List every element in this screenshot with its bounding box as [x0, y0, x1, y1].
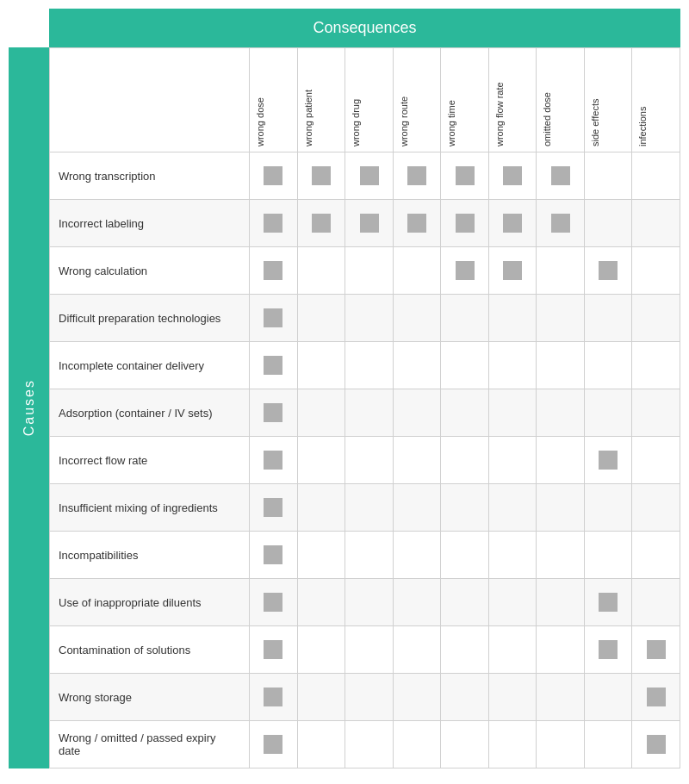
col-header-wrong_time: wrong time [441, 48, 489, 152]
mark-cell-r7-c4 [441, 484, 489, 532]
mark-cell-r0-c2 [345, 152, 394, 200]
cell-inner [250, 295, 297, 341]
mark-cell-r10-c8 [632, 626, 680, 674]
col-header-wrong_drug: wrong drug [345, 48, 394, 152]
table-row: Use of inappropriate diluents [50, 579, 680, 626]
mark-cell-r2-c3 [393, 247, 441, 295]
cause-cell-10: Contamination of solutions [50, 626, 250, 674]
mark-square [264, 403, 282, 422]
cell-inner [537, 200, 584, 246]
mark-cell-r3-c4 [441, 295, 489, 342]
col-header-label-wrong_time: wrong time [446, 52, 456, 146]
outer-container: Consequences Causes wrong dosewrong pati… [9, 9, 680, 768]
mark-cell-r4-c1 [297, 342, 345, 389]
mark-cell-r12-c2 [345, 721, 394, 768]
mark-square [264, 308, 282, 327]
cause-cell-4: Incomplete container delivery [50, 342, 250, 389]
mark-cell-r0-c5 [488, 152, 537, 200]
mark-cell-r2-c7 [584, 247, 632, 295]
mark-cell-r4-c0 [250, 342, 298, 389]
mark-cell-r1-c7 [584, 200, 632, 247]
col-header-infections: infections [632, 48, 680, 152]
table-row: Wrong / omitted / passed expiry date [50, 721, 680, 768]
mark-cell-r9-c1 [297, 579, 345, 626]
cell-inner [250, 579, 297, 625]
mark-cell-r11-c3 [393, 674, 441, 721]
mark-cell-r1-c6 [537, 200, 585, 247]
mark-cell-r10-c0 [250, 626, 298, 674]
cell-inner [250, 674, 297, 720]
table-row: Difficult preparation technologies [50, 295, 680, 342]
mark-cell-r1-c8 [632, 200, 680, 247]
cell-inner [298, 200, 345, 246]
mark-cell-r8-c0 [250, 532, 298, 579]
col-header-label-wrong_patient: wrong patient [303, 52, 313, 146]
mark-cell-r9-c2 [345, 579, 394, 626]
cell-inner [489, 200, 537, 246]
mark-cell-r4-c4 [441, 342, 489, 389]
mark-cell-r5-c4 [441, 389, 489, 437]
mark-cell-r8-c5 [488, 532, 537, 579]
mark-square [264, 545, 282, 564]
mark-cell-r5-c7 [584, 389, 632, 437]
cell-inner [250, 200, 297, 246]
mark-cell-r10-c5 [488, 626, 537, 674]
mark-cell-r11-c0 [250, 674, 298, 721]
cell-inner [298, 152, 345, 199]
mark-cell-r6-c6 [537, 437, 585, 484]
cell-inner [632, 674, 680, 720]
mark-cell-r1-c0 [250, 200, 298, 247]
cell-inner [441, 247, 488, 294]
mark-cell-r4-c3 [393, 342, 441, 389]
col-header-label-infections: infections [637, 52, 648, 146]
mark-cell-r5-c6 [537, 389, 585, 437]
cell-inner [345, 200, 393, 246]
col-header-label-side_effects: side effects [590, 52, 600, 146]
mark-square [551, 166, 570, 185]
mark-cell-r0-c0 [250, 152, 298, 200]
mark-cell-r6-c0 [250, 437, 298, 484]
cause-cell-0: Wrong transcription [50, 152, 250, 200]
mark-square [264, 593, 282, 612]
mark-cell-r0-c8 [632, 152, 680, 200]
cell-inner [250, 247, 297, 294]
mark-cell-r7-c8 [632, 484, 680, 532]
mark-square [407, 214, 426, 233]
mark-cell-r12-c8 [632, 721, 680, 768]
mark-cell-r12-c3 [393, 721, 441, 768]
mark-cell-r7-c7 [584, 484, 632, 532]
cell-inner [250, 484, 297, 531]
cell-inner [250, 721, 297, 768]
mark-cell-r1-c1 [297, 200, 345, 247]
table-row: Incompatibilities [50, 532, 680, 579]
cell-inner [441, 200, 488, 246]
mark-cell-r6-c5 [488, 437, 537, 484]
mark-cell-r7-c3 [393, 484, 441, 532]
cell-inner [250, 532, 297, 578]
mark-cell-r3-c1 [297, 295, 345, 342]
mark-cell-r1-c3 [393, 200, 441, 247]
cell-inner [250, 152, 297, 199]
cell-inner [585, 247, 632, 294]
mark-cell-r3-c5 [488, 295, 537, 342]
mark-cell-r5-c5 [488, 389, 537, 437]
mark-square [599, 261, 618, 280]
table-wrapper: Causes wrong dosewrong patientwrong drug… [9, 47, 680, 768]
mark-cell-r10-c1 [297, 626, 345, 674]
cell-inner [394, 200, 441, 246]
mark-cell-r6-c1 [297, 437, 345, 484]
mark-square [264, 356, 282, 375]
consequences-header: Consequences [49, 9, 680, 47]
mark-cell-r7-c0 [250, 484, 298, 532]
mark-cell-r8-c6 [537, 532, 585, 579]
mark-cell-r5-c1 [297, 389, 345, 437]
col-header-label-wrong_route: wrong route [399, 52, 409, 146]
mark-cell-r12-c0 [250, 721, 298, 768]
mark-cell-r9-c5 [488, 579, 537, 626]
mark-cell-r6-c4 [441, 437, 489, 484]
mark-cell-r5-c8 [632, 389, 680, 437]
col-header-label-wrong_dose: wrong dose [255, 52, 265, 146]
mark-square [264, 735, 282, 754]
cell-inner [632, 721, 680, 768]
cell-inner [441, 152, 488, 199]
